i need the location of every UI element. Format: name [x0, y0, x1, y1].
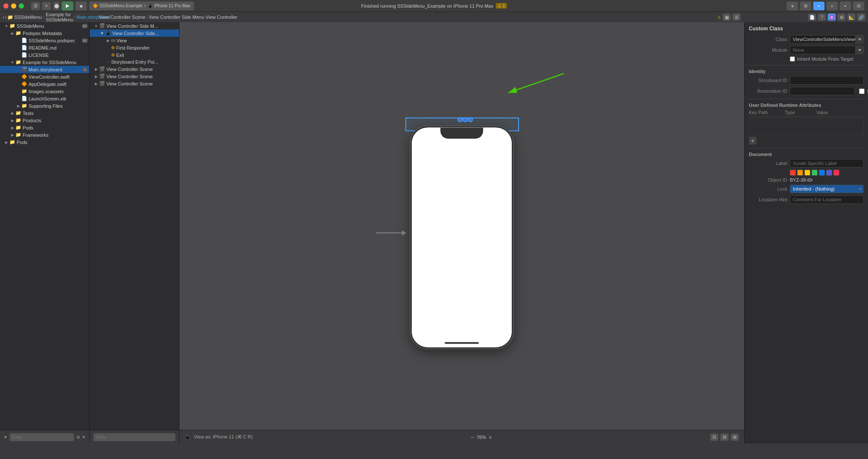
actual-size-button[interactable]: ⊟ [720, 433, 729, 441]
localizer-hint-field[interactable] [790, 195, 864, 204]
canvas-options-button[interactable]: ⊞ [730, 433, 739, 441]
tree-item-ssssidemenu[interactable]: ▼ 📁 SSSideMenu M [0, 22, 89, 29]
scene-item-vc-scene3[interactable]: ▶ 🎬 View Controller Scene [90, 80, 179, 87]
tree-item-viewcontroller[interactable]: 🔶 ViewController.swift [0, 73, 89, 80]
scene-item-vcside-group[interactable]: ▼ 🎬 View Controller Side M... [90, 22, 179, 29]
module-dropdown-btn[interactable]: ▼ [855, 46, 864, 54]
inspector-btn1[interactable]: ▦ [722, 13, 731, 21]
filter-options-button[interactable]: ⊙ [76, 433, 80, 441]
tree-label-images: Images.xcassets [29, 89, 88, 94]
run-button[interactable]: ▶ [62, 1, 73, 11]
library-button[interactable]: ⊞ [800, 1, 812, 11]
tree-item-mainstoryboard[interactable]: 🎬 Main.storyboard A [0, 66, 89, 73]
stop-button[interactable]: ■ [75, 1, 87, 11]
tree-item-frameworks[interactable]: ▶ 📁 Frameworks [0, 131, 89, 138]
tree-item-appdelegate[interactable]: 🔶 AppDelegate.swift [0, 80, 89, 88]
scene-filter-input[interactable] [93, 433, 176, 441]
file-inspector-btn[interactable]: 📄 [808, 13, 816, 21]
fit-to-screen-button[interactable]: ⊡ [710, 433, 718, 441]
maximize-button[interactable] [19, 3, 24, 9]
add-attribute-button[interactable]: + [749, 137, 757, 144]
module-field[interactable] [790, 46, 864, 54]
tree-label-products: Products [23, 118, 88, 123]
tree-arrow-supporting: ▶ [15, 104, 21, 108]
tree-item-podspec-file[interactable]: 📄 SSSideMenu.podspec M [0, 37, 89, 44]
identity-inspector-btn[interactable]: 🆔 [827, 13, 836, 21]
sidebar-filter-input[interactable] [9, 433, 74, 441]
layout-toggle-1[interactable]: ▪ [813, 1, 825, 11]
nav-forward-button[interactable]: › [5, 13, 7, 21]
attributes-inspector-btn[interactable]: ⚙ [837, 13, 846, 21]
file-icon-readme: 📄 [21, 45, 27, 50]
scene-item-first-responder[interactable]: ⊕ First Responder [90, 44, 179, 51]
color-swatch-orange[interactable] [797, 170, 803, 176]
zoom-out-button[interactable]: − [470, 434, 474, 441]
tree-item-example[interactable]: ▼ 📁 Example for SSSideMenu [0, 59, 89, 66]
inherit-module-checkbox[interactable] [790, 56, 795, 62]
lock-select[interactable]: Inherited - (Nothing) [790, 185, 864, 193]
run-scheme-button[interactable]: ⬤ [53, 2, 60, 10]
size-inspector-btn[interactable]: 📐 [847, 13, 856, 21]
view-as-icon: 📱 [185, 434, 191, 440]
tree-label-podspecfile: SSSideMenu.podspec [29, 38, 81, 43]
add-file-button[interactable]: + [786, 1, 798, 11]
class-select-wrap[interactable]: ▼ [790, 35, 864, 44]
tree-item-launchscreen[interactable]: 📄 LaunchScreen.xib [0, 95, 89, 102]
scene-item-view[interactable]: ▶ ▭ View [90, 37, 179, 44]
tree-item-podspec-meta[interactable]: ▶ 📁 Podspec Metadata [0, 29, 89, 37]
filter-sort-button[interactable]: ≡ [82, 433, 86, 441]
tree-item-pods-root[interactable]: ▶ 📁 Pods [0, 138, 89, 146]
color-swatch-yellow[interactable] [804, 170, 810, 176]
class-label: Class [749, 37, 787, 42]
storyboard-id-field[interactable] [790, 76, 864, 85]
label-field[interactable] [790, 159, 864, 168]
module-select-wrap[interactable]: ▼ [790, 46, 864, 54]
restoration-id-field[interactable] [790, 87, 855, 95]
tree-item-images[interactable]: 📁 Images.xcassets [0, 88, 89, 95]
scene-item-entry-point[interactable]: → Storyboard Entry Poi... [90, 59, 179, 65]
inspector-row-module: Module ▼ [749, 46, 864, 54]
inspector-btn2[interactable]: ☰ [732, 13, 741, 21]
iphone-screen [412, 127, 512, 347]
tree-item-supporting[interactable]: ▶ 📁 Supporting Files [0, 102, 89, 109]
tree-item-tests[interactable]: ▶ 📁 Tests [0, 109, 89, 117]
iphone-frame [411, 126, 513, 348]
close-button[interactable] [3, 3, 9, 9]
scene-item-exit[interactable]: ⊗ Exit [90, 51, 179, 59]
tree-arrow-example: ▼ [9, 60, 15, 65]
nav-back-button[interactable]: ‹ [3, 13, 4, 21]
canvas-area[interactable]: 📱 View as: iPhone 11 (⌘ C R) − 76% + ⊡ ⊟… [179, 22, 744, 444]
scene-icon-vcside: 📱 [105, 30, 111, 36]
tree-item-pods-sub[interactable]: ▶ 📁 Pods [0, 124, 89, 131]
tree-item-products[interactable]: ▶ 📁 Products [0, 117, 89, 124]
color-swatch-pink[interactable] [833, 170, 839, 176]
scene-item-vc-scene1[interactable]: ▶ 🎬 View Controller Scene [90, 65, 179, 73]
scene-item-vcside[interactable]: ▼ 📱 View Controller Side... [90, 29, 179, 37]
scheme-selector[interactable]: 🔶 SSSideMenu-Example › 📱 iPhone 11 Pro M… [89, 1, 194, 11]
tree-item-readme[interactable]: 📄 README.md [0, 44, 89, 51]
scene-item-vc-scene2[interactable]: ▶ 🎬 View Controller Scene [90, 73, 179, 80]
sidebar-toggle-button[interactable]: ☰ [31, 2, 40, 10]
inherit-module-row: Inherit Module From Target [790, 56, 864, 62]
color-swatch-blue[interactable] [819, 170, 825, 176]
scene-footer [90, 430, 179, 444]
class-dropdown-btn[interactable]: ▼ [855, 35, 864, 44]
connections-inspector-btn[interactable]: 🔗 [857, 13, 865, 21]
zoom-in-button[interactable]: + [489, 434, 492, 441]
minimize-button[interactable] [11, 3, 16, 9]
use-storyboard-id-checkbox[interactable] [859, 88, 865, 94]
class-field[interactable] [790, 35, 864, 44]
traffic-lights[interactable] [3, 3, 24, 9]
lock-select-wrap[interactable]: Inherited - (Nothing) [790, 185, 864, 193]
inspector-toggle[interactable]: ⊟ [853, 1, 865, 11]
color-swatch-purple[interactable] [826, 170, 832, 176]
scene-icon-vc-scene2: 🎬 [99, 74, 105, 79]
layout-toggle-3[interactable]: ▪ [839, 1, 851, 11]
add-navigator-item-button[interactable]: + [3, 433, 8, 441]
help-btn[interactable]: ? [818, 13, 826, 21]
navigator-toggle-button[interactable]: ≡ [42, 2, 51, 10]
layout-toggle-2[interactable]: ▪ [826, 1, 838, 11]
tree-item-license[interactable]: 📄 LICENSE [0, 51, 89, 59]
color-swatch-red[interactable] [790, 170, 796, 176]
color-swatch-green[interactable] [812, 170, 818, 176]
